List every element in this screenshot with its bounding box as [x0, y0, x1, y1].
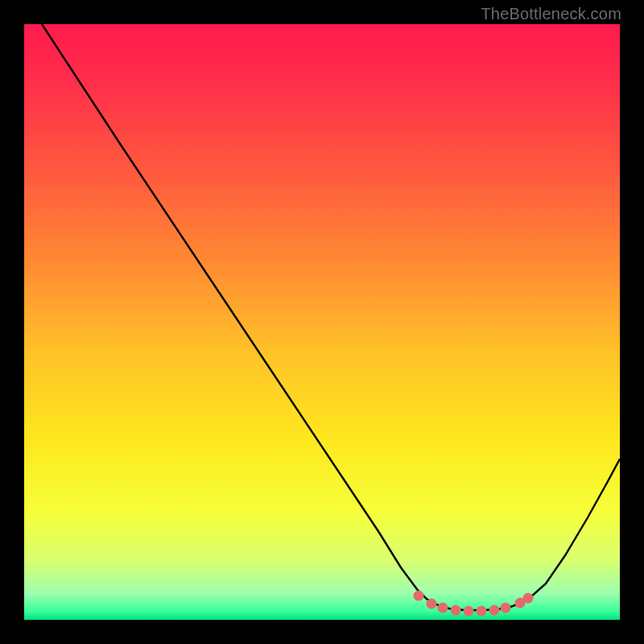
chart-svg — [24, 24, 620, 620]
marker-dot — [438, 603, 448, 613]
attribution-text: TheBottleneck.com — [481, 5, 621, 23]
marker-dot — [451, 605, 461, 616]
marker-dot — [477, 606, 487, 617]
plot-area — [24, 24, 620, 620]
gradient-background — [24, 24, 620, 620]
marker-dot — [427, 599, 437, 609]
marker-dot — [414, 591, 424, 601]
marker-dot — [501, 603, 511, 613]
marker-dot — [464, 606, 474, 617]
marker-dot — [523, 593, 534, 604]
marker-dot — [489, 605, 500, 616]
chart-frame: TheBottleneck.com — [0, 0, 644, 644]
